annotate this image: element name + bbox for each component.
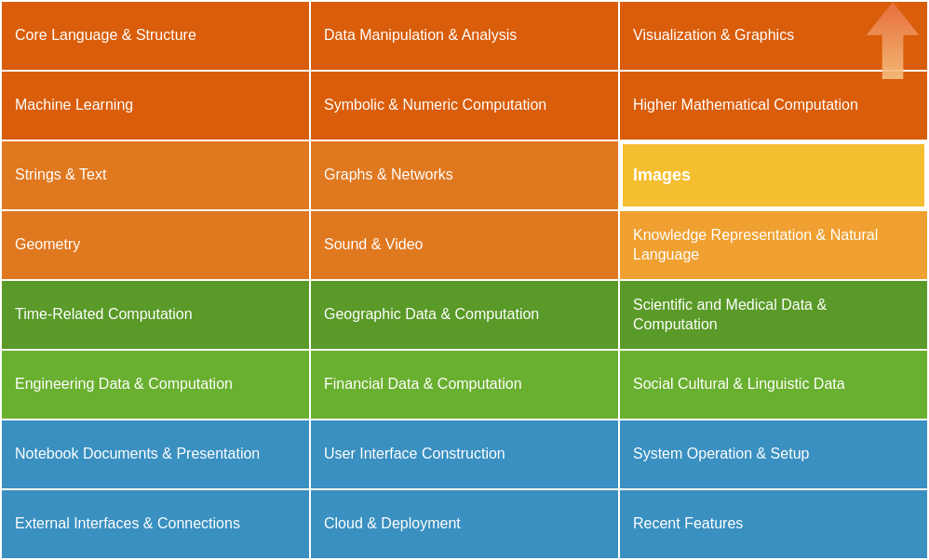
cell-sound-video[interactable]: Sound & Video <box>311 211 618 279</box>
cell-recent-features[interactable]: Recent Features <box>620 490 927 558</box>
cell-notebook-documents[interactable]: Notebook Documents & Presentation <box>2 420 309 488</box>
up-arrow-icon <box>863 0 923 79</box>
cell-higher-math[interactable]: Higher Mathematical Computation <box>620 72 927 140</box>
cell-knowledge-representation[interactable]: Knowledge Representation & Natural Langu… <box>620 211 927 279</box>
cell-data-manipulation[interactable]: Data Manipulation & Analysis <box>311 2 618 70</box>
cell-visualization[interactable]: Visualization & Graphics <box>620 2 927 70</box>
cell-time-related[interactable]: Time-Related Computation <box>2 281 309 349</box>
cell-graphs-networks[interactable]: Graphs & Networks <box>311 141 618 209</box>
cell-symbolic-numeric[interactable]: Symbolic & Numeric Computation <box>311 72 618 140</box>
cell-images[interactable]: Images <box>620 141 927 209</box>
cell-core-language[interactable]: Core Language & Structure <box>2 2 309 70</box>
cell-geographic-data[interactable]: Geographic Data & Computation <box>311 281 618 349</box>
cell-external-interfaces[interactable]: External Interfaces & Connections <box>2 490 309 558</box>
cell-engineering-data[interactable]: Engineering Data & Computation <box>2 351 309 419</box>
cell-scientific-medical[interactable]: Scientific and Medical Data & Computatio… <box>620 281 927 349</box>
cell-machine-learning[interactable]: Machine Learning <box>2 72 309 140</box>
svg-marker-0 <box>867 2 920 79</box>
cell-cloud-deployment[interactable]: Cloud & Deployment <box>311 490 618 558</box>
main-grid: Core Language & Structure Data Manipulat… <box>0 0 929 560</box>
cell-financial-data[interactable]: Financial Data & Computation <box>311 351 618 419</box>
cell-strings-text[interactable]: Strings & Text <box>2 141 309 209</box>
cell-user-interface[interactable]: User Interface Construction <box>311 420 618 488</box>
cell-system-operation[interactable]: System Operation & Setup <box>620 420 927 488</box>
cell-social-cultural[interactable]: Social Cultural & Linguistic Data <box>620 351 927 419</box>
cell-geometry[interactable]: Geometry <box>2 211 309 279</box>
